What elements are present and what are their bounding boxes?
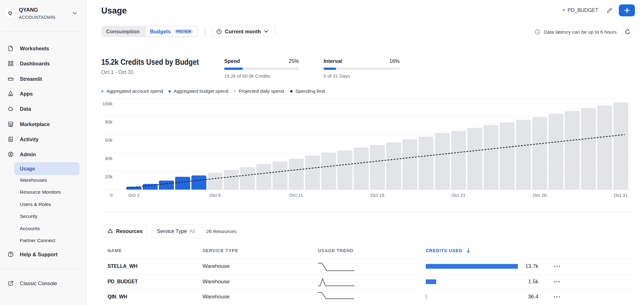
svg-text:40k: 40k (105, 156, 113, 161)
svg-text:60k: 60k (105, 137, 113, 143)
svg-text:Oct 16: Oct 16 (370, 192, 384, 198)
svg-text:80k: 80k (105, 119, 113, 125)
svg-text:Oct 21: Oct 21 (452, 192, 465, 198)
svg-text:20k: 20k (105, 174, 113, 179)
svg-text:Oct 26: Oct 26 (533, 192, 547, 198)
svg-text:Oct 11: Oct 11 (290, 192, 303, 198)
svg-text:0: 0 (110, 192, 113, 198)
svg-text:Oct 1: Oct 1 (128, 192, 140, 198)
svg-text:100k: 100k (102, 101, 113, 106)
svg-text:Oct 31: Oct 31 (614, 192, 628, 198)
svg-text:Oct 6: Oct 6 (209, 192, 221, 198)
